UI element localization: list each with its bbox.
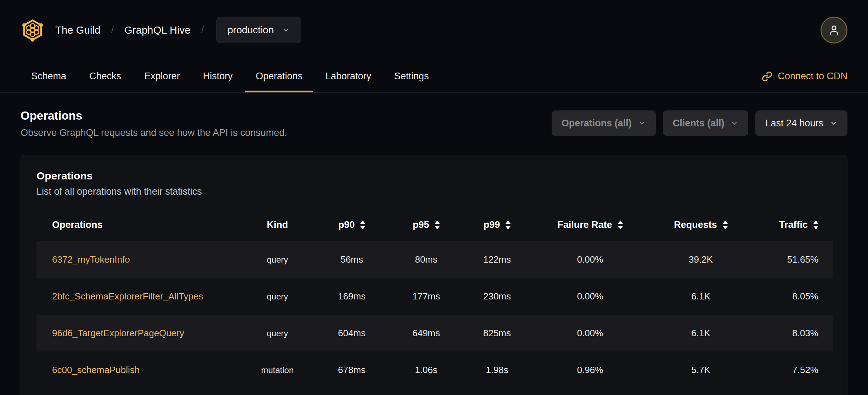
column-header-traffic[interactable]: Traffic	[754, 208, 833, 241]
sort-arrows-icon[interactable]	[813, 221, 818, 229]
user-icon	[828, 24, 840, 36]
tab-history[interactable]: History	[192, 60, 243, 92]
breadcrumb-org[interactable]: The Guild	[55, 24, 101, 36]
kind-value: query	[267, 255, 288, 264]
breadcrumb: The Guild / GraphQL Hive / production	[21, 17, 301, 43]
kind-value: mutation	[261, 365, 294, 375]
traffic-value: 7.52%	[754, 351, 833, 388]
column-header-p90[interactable]: p90	[313, 208, 391, 241]
filter-toolbar: Operations (all) Clients (all) Last 24 h…	[552, 110, 847, 136]
table-row: 96d6_TargetExplorerPageQuery query 604ms…	[36, 315, 833, 351]
requests-value: 6.1K	[648, 315, 754, 351]
main-nav: Schema Checks Explorer History Operation…	[0, 60, 868, 93]
p95-value: 80ms	[391, 241, 462, 278]
table-row: 6372_myTokenInfo query 56ms 80ms 122ms 0…	[36, 241, 833, 278]
sort-arrows-icon[interactable]	[723, 221, 728, 229]
operation-link[interactable]: 2bfc_SchemaExplorerFilter_AllTypes	[52, 291, 203, 302]
traffic-value: 8.03%	[754, 315, 833, 351]
operations-table: Operations Kind p90 p95 p99	[36, 208, 833, 388]
p95-value: 177ms	[391, 278, 462, 315]
target-selector-value: production	[227, 24, 274, 36]
time-range-label: Last 24 hours	[765, 118, 823, 129]
tab-settings[interactable]: Settings	[384, 60, 440, 92]
page-header-text: Operations Observe GraphQL requests and …	[21, 109, 287, 138]
column-header-failure-rate[interactable]: Failure Rate	[532, 208, 648, 241]
p90-value: 169ms	[313, 278, 391, 315]
traffic-value: 8.05%	[754, 278, 833, 315]
column-header-p99[interactable]: p99	[462, 208, 532, 241]
p99-value: 825ms	[462, 315, 532, 351]
top-bar: The Guild / GraphQL Hive / production	[0, 0, 868, 60]
breadcrumb-project[interactable]: GraphQL Hive	[124, 24, 191, 36]
operations-filter-label: Operations (all)	[562, 118, 632, 129]
column-header-p95[interactable]: p95	[391, 208, 462, 241]
user-avatar[interactable]	[821, 17, 847, 44]
p99-value: 230ms	[462, 278, 532, 315]
page-title: Operations	[21, 109, 287, 122]
p95-value: 649ms	[391, 315, 462, 351]
failure-rate-value: 0.00%	[532, 278, 648, 315]
table-row: 2bfc_SchemaExplorerFilter_AllTypes query…	[36, 278, 833, 315]
column-header-operations: Operations	[36, 208, 242, 241]
target-selector-dropdown[interactable]: production	[216, 17, 301, 43]
operation-link[interactable]: 6372_myTokenInfo	[52, 254, 130, 265]
hive-logo-icon[interactable]	[21, 17, 45, 43]
link-icon	[762, 71, 772, 82]
requests-value: 39.2K	[648, 241, 754, 278]
chevron-down-icon	[731, 119, 738, 127]
connect-to-cdn-label: Connect to CDN	[778, 71, 847, 82]
p99-value: 1.98s	[462, 351, 532, 388]
tab-explorer[interactable]: Explorer	[134, 60, 191, 92]
requests-value: 5.7K	[648, 351, 754, 388]
breadcrumb-separator: /	[111, 25, 114, 36]
tab-operations[interactable]: Operations	[245, 60, 313, 92]
operation-link[interactable]: 6c00_schemaPublish	[52, 365, 140, 375]
kind-value: query	[267, 292, 288, 301]
requests-value: 6.1K	[648, 278, 754, 315]
chevron-down-icon	[830, 119, 838, 127]
sort-arrows-icon[interactable]	[360, 221, 365, 229]
sort-arrows-icon[interactable]	[506, 221, 511, 229]
card-subtitle: List of all operations with their statis…	[36, 186, 832, 197]
clients-filter-dropdown[interactable]: Clients (all)	[663, 110, 749, 136]
connect-to-cdn-link[interactable]: Connect to CDN	[762, 60, 847, 92]
p90-value: 56ms	[313, 241, 391, 278]
p90-value: 604ms	[313, 315, 391, 351]
column-header-kind: Kind	[242, 208, 313, 241]
table-row: 6c00_schemaPublish mutation 678ms 1.06s …	[36, 351, 833, 388]
page-subtitle: Observe GraphQL requests and see how the…	[21, 127, 287, 138]
tab-checks[interactable]: Checks	[79, 60, 132, 92]
column-header-requests[interactable]: Requests	[648, 208, 754, 241]
tab-schema[interactable]: Schema	[21, 60, 77, 92]
p90-value: 678ms	[313, 351, 391, 388]
page-header: Operations Observe GraphQL requests and …	[0, 93, 868, 138]
operations-card: Operations List of all operations with t…	[21, 155, 847, 395]
tab-laboratory[interactable]: Laboratory	[315, 60, 382, 92]
failure-rate-value: 0.00%	[532, 315, 648, 351]
breadcrumb-separator: /	[201, 25, 204, 36]
operation-link[interactable]: 96d6_TargetExplorerPageQuery	[52, 328, 184, 338]
clients-filter-label: Clients (all)	[673, 118, 725, 129]
p95-value: 1.06s	[391, 351, 462, 388]
time-range-dropdown[interactable]: Last 24 hours	[755, 110, 847, 136]
table-header-row: Operations Kind p90 p95 p99	[36, 208, 833, 241]
chevron-down-icon	[638, 119, 646, 127]
operations-filter-dropdown[interactable]: Operations (all)	[552, 110, 656, 136]
p99-value: 122ms	[462, 241, 532, 278]
sort-arrows-icon[interactable]	[435, 221, 440, 229]
chevron-down-icon	[282, 26, 290, 34]
card-title: Operations	[36, 170, 832, 182]
failure-rate-value: 0.96%	[532, 351, 648, 388]
traffic-value: 51.65%	[754, 241, 833, 278]
kind-value: query	[267, 328, 288, 338]
failure-rate-value: 0.00%	[532, 241, 648, 278]
sort-arrows-icon[interactable]	[618, 221, 623, 229]
